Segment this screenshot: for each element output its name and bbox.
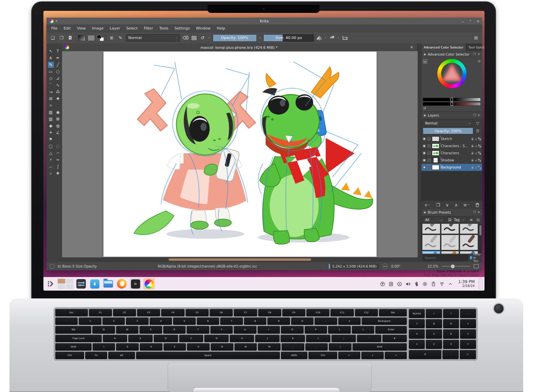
key-0[interactable]: 0 [409,350,441,359]
pager-desktop-3[interactable] [58,284,65,289]
key-del[interactable]: Del [379,309,407,316]
key-s[interactable]: S [128,335,153,342]
tool-calligraphy[interactable]: ✒ [55,55,61,61]
key-f9[interactable]: F9 [282,309,305,316]
volume-icon[interactable] [405,281,411,287]
key-5[interactable]: 5 [173,317,195,325]
tool-assistants[interactable]: ✶ [48,130,54,136]
key-altgr[interactable]: AltGr [281,352,307,359]
document-tab[interactable]: mascot_konqi-plus-phone.kra (424.6 MiB) … [62,43,418,51]
color-selector-body[interactable]: ▤ ⊘ [421,58,482,98]
key-f[interactable]: F [179,335,204,342]
close-docker-icon[interactable]: ✕ [477,114,480,117]
close-docker-icon[interactable]: ✕ [477,211,480,214]
docker-lock-icon[interactable]: ◉ [423,211,426,214]
tool-ellipse[interactable]: ○ [55,68,61,75]
key-backspace[interactable]: Backspace [362,317,407,325]
layer-list-empty-space[interactable] [421,171,482,201]
alpha-lock-icon[interactable]: α [475,166,477,169]
key-2[interactable]: 2 [102,317,125,325]
key-f7[interactable]: F7 [234,309,257,316]
menu-view[interactable]: View [74,25,89,31]
reload-original-preset-icon[interactable]: ↺ [199,34,206,42]
brush-tag-select[interactable]: Tag [446,217,467,223]
layer-row[interactable]: Shadowα [421,157,482,164]
horizontal-scrollbar[interactable] [62,257,418,262]
layer-properties-button[interactable]: ≡ [463,202,467,208]
key--[interactable]: ' [357,335,381,342]
menu-settings[interactable]: Settings [172,25,192,31]
key-l[interactable]: L [306,335,330,342]
key--[interactable]: \ [93,343,115,351]
tool-freehand-select[interactable]: ∽ [55,150,61,156]
key--[interactable]: ← [338,352,360,359]
menu-tools[interactable]: Tools [156,25,171,31]
layer-blending-mode-select[interactable]: Normal [423,120,473,126]
tab-tool-options[interactable]: Tool Options [466,43,484,51]
layer-visibility-icon[interactable] [422,137,426,141]
brush-preset-thumb[interactable] [422,235,440,250]
wraparound-mode-icon[interactable] [342,35,348,41]
window-titlebar[interactable]: ⌖ Krita ⌄ ⌃ ✕ [46,18,482,24]
tab-advanced-color-selector[interactable]: Advanced Color Selector [421,43,466,51]
tool-gradient[interactable]: ▧ [48,109,54,115]
layer-thumbnail[interactable] [432,165,439,170]
taskbar-krita[interactable] [143,278,155,290]
key-h[interactable]: H [230,335,254,342]
layer-row[interactable]: −Backgroundα [421,164,482,171]
key-1[interactable]: 1 [79,317,101,325]
brush-preset-thumb[interactable] [441,251,459,254]
pager-desktop-4[interactable] [66,284,73,289]
taskbar-firefox[interactable] [116,278,128,290]
layer-name[interactable]: Characters [441,151,470,155]
brightness-icon[interactable] [422,281,427,287]
key-2[interactable]: 2 [426,340,442,349]
saturation-value-triangle[interactable] [442,64,461,81]
chevron-down-icon[interactable] [208,36,211,40]
key-6[interactable]: 6 [443,329,459,338]
clipboard-icon[interactable] [388,281,394,287]
key-u[interactable]: U [234,326,256,333]
key--[interactable]: → [385,352,407,359]
save-document-icon[interactable]: ◘ [67,34,74,42]
canvas-area[interactable]: k [62,51,418,257]
tool-edit-shapes[interactable]: ⋔ [48,55,54,61]
key-caps-lock[interactable]: Caps Lock [55,335,102,342]
brush-detail-view-icon[interactable]: ⊡ [475,218,481,222]
vertical-scrollbar[interactable] [418,43,421,262]
filter-in-tag-checkbox[interactable]: ✓ [470,256,472,259]
updates-icon[interactable] [380,281,385,287]
key-alt[interactable]: Alt [108,352,135,359]
brush-preset-thumb[interactable] [422,224,440,234]
menu-file[interactable]: File [49,25,60,31]
key--[interactable]: ↵ [460,350,476,359]
layer-visibility-icon[interactable] [422,158,426,162]
media-player-icon[interactable] [397,281,402,287]
layer-visibility-icon[interactable] [422,144,426,148]
key--[interactable]: ] [352,326,374,333]
key-r[interactable]: R [163,326,186,333]
key-ctrl[interactable]: Ctrl [55,352,84,359]
layer-row[interactable]: Charactersα [421,150,482,157]
key-f6[interactable]: F6 [210,309,233,316]
key--[interactable]: ↵ [460,340,476,349]
key-f1[interactable]: F1 [89,309,112,316]
zoom-slider[interactable] [442,266,470,267]
layer-checkbox[interactable] [427,152,431,155]
tool-smart-patch[interactable]: ⊠ [55,116,61,122]
layers-header[interactable]: ◉ Layers ❐ ✕ [421,112,482,119]
docker-lock-icon[interactable]: ◉ [423,53,426,56]
gamut-mask-off-icon[interactable]: ⊘ [478,59,481,63]
menu-edit[interactable]: Edit [61,25,73,31]
alpha-lock-icon[interactable]: α [475,144,477,148]
layer-visibility-icon[interactable] [422,151,426,155]
key-4[interactable]: 4 [409,329,425,338]
preserve-alpha-icon[interactable] [191,35,197,41]
value-strip-1[interactable] [423,98,481,101]
tool-bezier-curve[interactable]: ⌒ [48,82,54,88]
key--[interactable]: [ [328,326,350,333]
key-6[interactable]: 6 [197,317,219,325]
key--[interactable]: ↓ [361,352,383,359]
key-shift[interactable]: Shift [55,343,92,351]
key--[interactable]: , [282,343,304,351]
